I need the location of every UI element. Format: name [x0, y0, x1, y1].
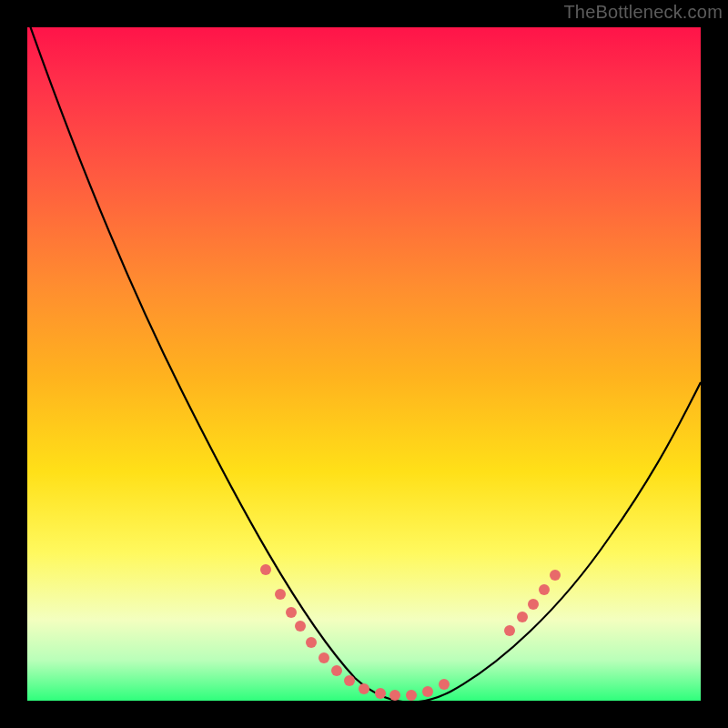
- watermark-text: TheBottleneck.com: [563, 2, 723, 23]
- plot-gradient-background: [27, 27, 701, 701]
- chart-frame: TheBottleneck.com: [0, 0, 728, 728]
